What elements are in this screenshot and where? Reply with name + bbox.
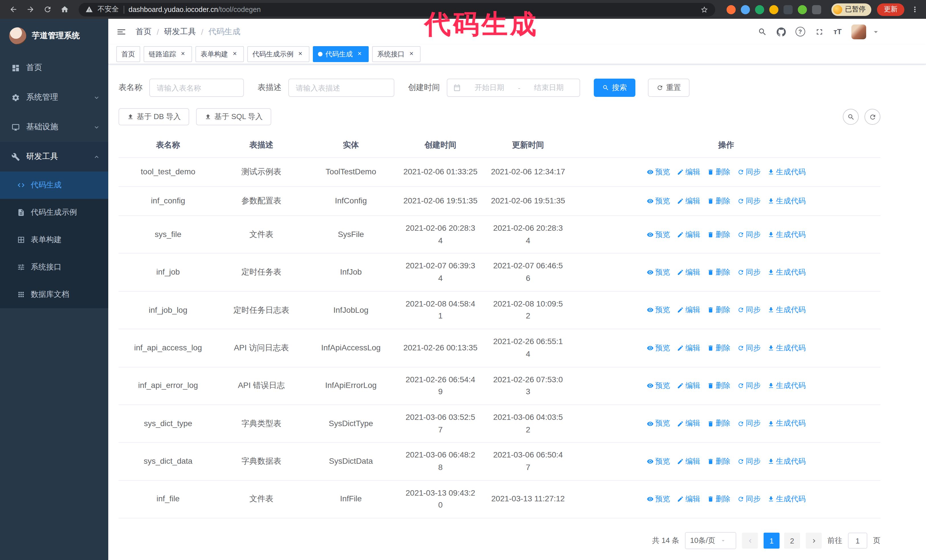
preview-link[interactable]: 预览	[646, 267, 670, 278]
edit-link[interactable]: 编辑	[677, 229, 700, 240]
sidebar-item-1[interactable]: 首页	[0, 53, 108, 83]
edit-link[interactable]: 编辑	[677, 418, 700, 429]
fox-extension-icon[interactable]	[726, 5, 736, 14]
delete-link[interactable]: 删除	[707, 305, 730, 316]
drop-extension-icon[interactable]	[741, 5, 750, 14]
close-tab-icon[interactable]: ×	[231, 50, 239, 58]
close-tab-icon[interactable]: ×	[179, 50, 187, 58]
generate-code-link[interactable]: 生成代码	[767, 494, 805, 505]
monitor-extension-icon[interactable]	[784, 5, 793, 14]
tab-3[interactable]: 表单构建×	[195, 46, 244, 62]
sync-link[interactable]: 同步	[737, 195, 761, 207]
page-size-select[interactable]: 10条/页	[685, 532, 736, 549]
reset-button[interactable]: 重置	[648, 78, 690, 97]
font-size-icon[interactable]: тT	[834, 27, 842, 36]
sync-link[interactable]: 同步	[737, 342, 761, 353]
sync-link[interactable]: 同步	[737, 494, 761, 505]
leaf-extension-icon[interactable]	[798, 5, 807, 14]
submenu-item-4[interactable]: 系统接口	[0, 254, 108, 281]
sync-link[interactable]: 同步	[737, 380, 761, 391]
hamburger-icon[interactable]	[116, 27, 127, 37]
help-icon[interactable]: ?	[795, 27, 805, 36]
generate-code-link[interactable]: 生成代码	[767, 305, 805, 316]
sync-link[interactable]: 同步	[737, 456, 761, 467]
goto-page-input[interactable]	[848, 533, 867, 549]
submenu-item-5[interactable]: 数据库文档	[0, 281, 108, 308]
toggle-search-button[interactable]	[843, 109, 859, 125]
page-button-1[interactable]: 1	[764, 533, 779, 549]
delete-link[interactable]: 删除	[707, 494, 730, 505]
edit-link[interactable]: 编辑	[677, 195, 700, 207]
generate-code-link[interactable]: 生成代码	[767, 267, 805, 278]
import-sql-button[interactable]: 基于 SQL 导入	[196, 108, 272, 125]
breadcrumb-item[interactable]: 首页	[136, 27, 151, 37]
prev-page-button[interactable]	[742, 533, 758, 549]
submenu-item-2[interactable]: 代码生成示例	[0, 199, 108, 226]
import-db-button[interactable]: 基于 DB 导入	[118, 108, 189, 125]
preview-link[interactable]: 预览	[646, 380, 670, 391]
preview-link[interactable]: 预览	[646, 342, 670, 353]
create-time-range-picker[interactable]: 开始日期 - 结束日期	[447, 78, 580, 97]
generate-code-link[interactable]: 生成代码	[767, 380, 805, 391]
github-icon[interactable]	[776, 27, 785, 36]
update-browser-button[interactable]: 更新	[877, 3, 904, 16]
delete-link[interactable]: 删除	[707, 456, 730, 467]
tab-4[interactable]: 代码生成示例×	[247, 46, 309, 62]
user-avatar[interactable]	[851, 24, 866, 39]
generate-code-link[interactable]: 生成代码	[767, 195, 805, 207]
close-tab-icon[interactable]: ×	[407, 50, 415, 58]
preview-link[interactable]: 预览	[646, 229, 670, 240]
tab-6[interactable]: 系统接口×	[372, 46, 421, 62]
edit-link[interactable]: 编辑	[677, 342, 700, 353]
sync-link[interactable]: 同步	[737, 305, 761, 316]
search-button[interactable]: 搜索	[594, 78, 635, 97]
breadcrumb-item[interactable]: 研发工具	[164, 27, 196, 37]
delete-link[interactable]: 删除	[707, 229, 730, 240]
fullscreen-icon[interactable]	[815, 27, 824, 36]
people-extension-icon[interactable]	[769, 5, 778, 14]
sync-link[interactable]: 同步	[737, 267, 761, 278]
submenu-item-3[interactable]: 表单构建	[0, 226, 108, 254]
tab-2[interactable]: 链路追踪×	[144, 46, 192, 62]
next-page-button[interactable]	[806, 533, 822, 549]
app-logo[interactable]: 芋道管理系统	[0, 19, 108, 53]
bookmark-star-icon[interactable]	[701, 5, 708, 14]
delete-link[interactable]: 删除	[707, 380, 730, 391]
generate-code-link[interactable]: 生成代码	[767, 456, 805, 467]
close-tab-icon[interactable]: ×	[356, 50, 363, 58]
edit-link[interactable]: 编辑	[677, 456, 700, 467]
forward-icon[interactable]	[23, 2, 38, 17]
preview-link[interactable]: 预览	[646, 166, 670, 178]
sidebar-item-3[interactable]: 基础设施	[0, 112, 108, 142]
puzzle-extension-icon[interactable]	[812, 5, 821, 14]
preview-link[interactable]: 预览	[646, 494, 670, 505]
delete-link[interactable]: 删除	[707, 267, 730, 278]
profile-chip[interactable]: 已暂停	[831, 3, 871, 16]
tab-1[interactable]: 首页	[116, 46, 140, 62]
delete-link[interactable]: 删除	[707, 195, 730, 207]
table-desc-input[interactable]	[288, 78, 394, 97]
sidebar-item-2[interactable]: 系统管理	[0, 83, 108, 112]
address-bar[interactable]: 不安全 dashboard.yudao.iocoder.cn/tool/code…	[79, 3, 715, 16]
sync-link[interactable]: 同步	[737, 166, 761, 178]
preview-link[interactable]: 预览	[646, 418, 670, 429]
edit-link[interactable]: 编辑	[677, 166, 700, 178]
preview-link[interactable]: 预览	[646, 305, 670, 316]
delete-link[interactable]: 删除	[707, 418, 730, 429]
submenu-item-1[interactable]: 代码生成	[0, 172, 108, 199]
page-button-2[interactable]: 2	[784, 533, 800, 549]
delete-link[interactable]: 删除	[707, 342, 730, 353]
preview-link[interactable]: 预览	[646, 195, 670, 207]
edit-link[interactable]: 编辑	[677, 380, 700, 391]
table-name-input[interactable]	[149, 78, 244, 97]
edit-link[interactable]: 编辑	[677, 494, 700, 505]
edit-link[interactable]: 编辑	[677, 305, 700, 316]
generate-code-link[interactable]: 生成代码	[767, 342, 805, 353]
edit-link[interactable]: 编辑	[677, 267, 700, 278]
refresh-table-button[interactable]	[864, 109, 881, 125]
sync-link[interactable]: 同步	[737, 229, 761, 240]
delete-link[interactable]: 删除	[707, 166, 730, 178]
tab-5[interactable]: 代码生成×	[313, 46, 369, 62]
generate-code-link[interactable]: 生成代码	[767, 229, 805, 240]
close-tab-icon[interactable]: ×	[296, 50, 304, 58]
